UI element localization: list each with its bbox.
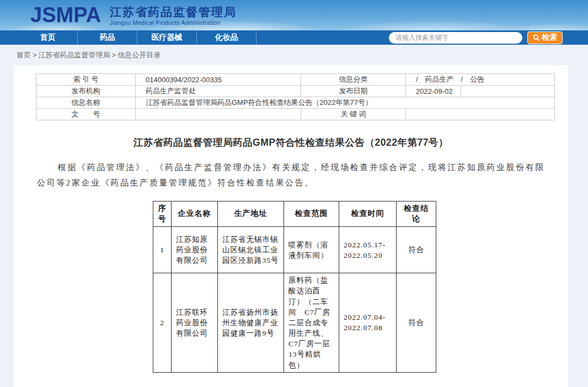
site-logo: JSMPA bbox=[30, 3, 101, 27]
meta-label-keywords: 关 键 词 bbox=[301, 109, 406, 120]
org-name-en: Jiangsu Medical Products Administration bbox=[110, 19, 237, 26]
meta-label-doc-no: 文 号 bbox=[36, 109, 136, 120]
cell-no: 1 bbox=[153, 227, 172, 273]
breadcrumb: 首页 > 江苏省药品监督管理局 > 信息公开目录 bbox=[0, 45, 588, 65]
document-meta-table: 索 引 号 014000394/2022-00335 信息分类 / 药品生产 /… bbox=[36, 73, 555, 120]
meta-value-empty bbox=[461, 86, 555, 97]
cell-conclusion: 符合 bbox=[397, 227, 436, 273]
meta-value-keywords bbox=[406, 109, 555, 120]
cell-scope: 喷雾剂（溶液剂车间） bbox=[284, 227, 339, 273]
col-header-address: 生产地址 bbox=[218, 201, 284, 227]
col-header-scope: 检查范围 bbox=[284, 201, 339, 227]
results-header-row: 序号 企业名称 生产地址 检查范围 检查时间 检查结论 bbox=[153, 201, 436, 227]
cell-company: 江苏知原药业股份有限公司 bbox=[172, 227, 218, 273]
cell-address: 江苏省无锡市锡山区锡北镇工业园区泾新路35号 bbox=[218, 227, 284, 273]
table-row: 2 江苏联环药业股份有限公司 江苏省扬州市扬州生物健康产业园健康一路9号 原料药… bbox=[153, 273, 436, 372]
org-title-block: 江苏省药品监督管理局 Jiangsu Medical Products Admi… bbox=[110, 4, 237, 25]
meta-label-index-no: 索 引 号 bbox=[36, 74, 136, 86]
breadcrumb-directory[interactable]: 信息公开目录 bbox=[117, 50, 161, 60]
meta-row-doc-no: 文 号 关 键 词 bbox=[36, 109, 555, 120]
meta-value-category: / 药品生产 / 公告 bbox=[406, 74, 555, 86]
nav-tab-cosmetics[interactable]: 化妆品 bbox=[197, 30, 256, 45]
search-input[interactable] bbox=[389, 32, 522, 44]
content-card: 索 引 号 014000394/2022-00335 信息分类 / 药品生产 /… bbox=[14, 65, 568, 387]
breadcrumb-home[interactable]: 首页 bbox=[17, 50, 31, 60]
meta-value-pub-date: 2022-09-02 bbox=[406, 86, 461, 97]
site-banner: JSMPA 江苏省药品监督管理局 Jiangsu Medical Product… bbox=[0, 0, 588, 30]
meta-row-index: 索 引 号 014000394/2022-00335 信息分类 / 药品生产 /… bbox=[36, 74, 555, 86]
nav-tab-home[interactable]: 首页 bbox=[18, 30, 78, 45]
cell-scope: 原料药（盐酸达泊西汀）（二车间 C7厂房二层合成专用生产线、C7厂房一层13号精… bbox=[284, 273, 339, 372]
table-row: 1 江苏知原药业股份有限公司 江苏省无锡市锡山区锡北镇工业园区泾新路35号 喷雾… bbox=[153, 227, 436, 273]
cell-time: 2022.05.17-2022.05.20 bbox=[339, 227, 397, 273]
nav-tab-medical-devices[interactable]: 医疗器械 bbox=[137, 30, 197, 45]
cell-no: 2 bbox=[153, 273, 172, 372]
meta-label-category: 信息分类 bbox=[301, 74, 406, 86]
cell-company: 江苏联环药业股份有限公司 bbox=[172, 273, 218, 372]
breadcrumb-separator: > bbox=[33, 51, 37, 59]
nav-tab-drugs[interactable]: 药品 bbox=[78, 30, 137, 45]
main-nav: 首页 药品 医疗器械 化妆品 检索 bbox=[0, 30, 588, 45]
announcement-paragraph: 根据《药品管理法》、《药品生产监督管理办法》有关规定，经现场检查并综合评定，现将… bbox=[37, 160, 545, 191]
cell-address: 江苏省扬州市扬州生物健康产业园健康一路9号 bbox=[218, 273, 284, 372]
breadcrumb-org[interactable]: 江苏省药品监督管理局 bbox=[39, 50, 110, 60]
cell-conclusion: 符合 bbox=[397, 273, 436, 372]
meta-value-title: 江苏省药品监督管理局药品GMP符合性检查结果公告（2022年第77号） bbox=[136, 97, 555, 109]
meta-label-agency: 发布机构 bbox=[36, 86, 136, 97]
cell-time: 2022.07.04-2022.07.08 bbox=[339, 273, 397, 372]
meta-label-pub-date: 发布日期 bbox=[301, 86, 406, 97]
col-header-no: 序号 bbox=[153, 201, 172, 227]
org-name-cn: 江苏省药品监督管理局 bbox=[110, 6, 237, 19]
search-icon bbox=[533, 34, 540, 41]
meta-value-doc-no bbox=[136, 109, 301, 120]
col-header-time: 检查时间 bbox=[339, 201, 397, 227]
meta-value-index-no: 014000394/2022-00335 bbox=[136, 74, 301, 86]
col-header-conclusion: 检查结论 bbox=[397, 201, 436, 227]
meta-label-title: 信息名称 bbox=[36, 97, 136, 109]
nav-search-area: 检索 bbox=[389, 30, 563, 45]
col-header-company: 企业名称 bbox=[172, 201, 218, 227]
breadcrumb-separator: > bbox=[112, 51, 116, 59]
inspection-results-table: 序号 企业名称 生产地址 检查范围 检查时间 检查结论 1 江苏知原药业股份有限… bbox=[153, 201, 436, 373]
search-button[interactable]: 检索 bbox=[527, 31, 563, 44]
page-title: 江苏省药品监督管理局药品GMP符合性检查结果公告（2022年第77号） bbox=[14, 136, 568, 149]
meta-value-agency: 药品生产监管处 bbox=[136, 86, 301, 97]
search-button-label: 检索 bbox=[542, 33, 557, 43]
meta-row-title: 信息名称 江苏省药品监督管理局药品GMP符合性检查结果公告（2022年第77号） bbox=[36, 97, 555, 109]
meta-row-agency: 发布机构 药品生产监管处 发布日期 2022-09-02 bbox=[36, 86, 555, 97]
